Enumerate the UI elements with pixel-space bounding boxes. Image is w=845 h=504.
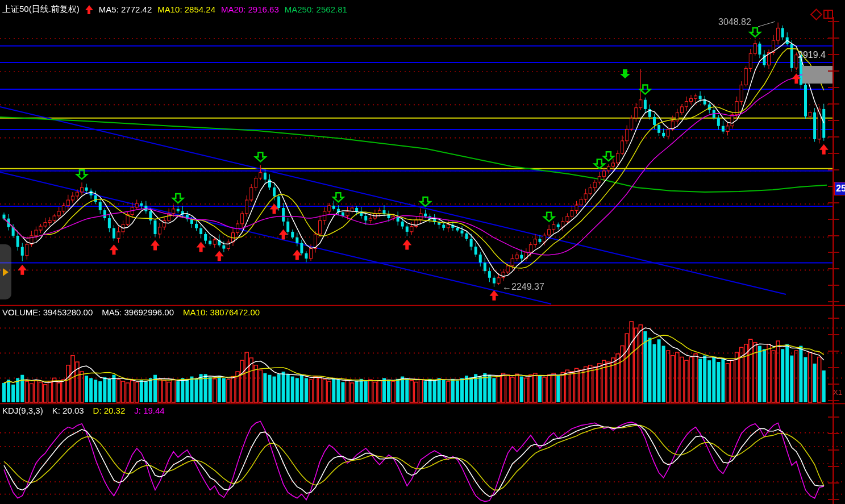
buy-signal-icon bbox=[85, 5, 93, 14]
chart-canvas[interactable] bbox=[0, 0, 845, 504]
ma10-readout: MA10: 2854.24 bbox=[157, 5, 215, 14]
trough-price-label: ←2249.37 bbox=[502, 282, 544, 292]
axis-price-badge: 25 bbox=[834, 182, 845, 195]
left-panel-handle[interactable] bbox=[0, 244, 11, 299]
axis-x1-label: X1 bbox=[833, 388, 842, 397]
kdj-j-readout: J: 19.44 bbox=[134, 406, 164, 415]
split-window-icon-divider bbox=[827, 11, 829, 18]
volume-ma5-readout: MA5: 39692996.00 bbox=[102, 307, 174, 317]
split-window-icon[interactable] bbox=[823, 10, 833, 19]
volume-header: VOLUME: 39453280.00 MA5: 39692996.00 MA1… bbox=[2, 307, 260, 317]
chart-window: 上证50(日线.前复权) MA5: 2772.42 MA10: 2854.24 … bbox=[0, 0, 845, 504]
price-header: 上证50(日线.前复权) MA5: 2772.42 MA10: 2854.24 … bbox=[2, 4, 347, 15]
ma20-readout: MA20: 2916.63 bbox=[221, 5, 279, 14]
expand-arrow-icon bbox=[3, 268, 9, 276]
ma250-readout: MA250: 2562.81 bbox=[285, 5, 347, 14]
peak-price-label: 3048.82 bbox=[718, 17, 751, 27]
kdj-k-readout: K: 20.03 bbox=[52, 406, 84, 415]
volume-readout: VOLUME: 39453280.00 bbox=[2, 307, 93, 317]
kdj-name: KDJ(9,3,3) bbox=[2, 406, 43, 415]
gap-price-label: 2919.4 bbox=[798, 50, 826, 60]
kdj-header: KDJ(9,3,3) K: 20.03 D: 20.32 J: 19.44 bbox=[2, 406, 165, 415]
ma5-readout: MA5: 2772.42 bbox=[99, 5, 152, 14]
volume-ma10-readout: MA10: 38076472.00 bbox=[183, 307, 260, 317]
symbol-title: 上证50(日线.前复权) bbox=[2, 4, 80, 15]
kdj-d-readout: D: 20.32 bbox=[93, 406, 126, 415]
